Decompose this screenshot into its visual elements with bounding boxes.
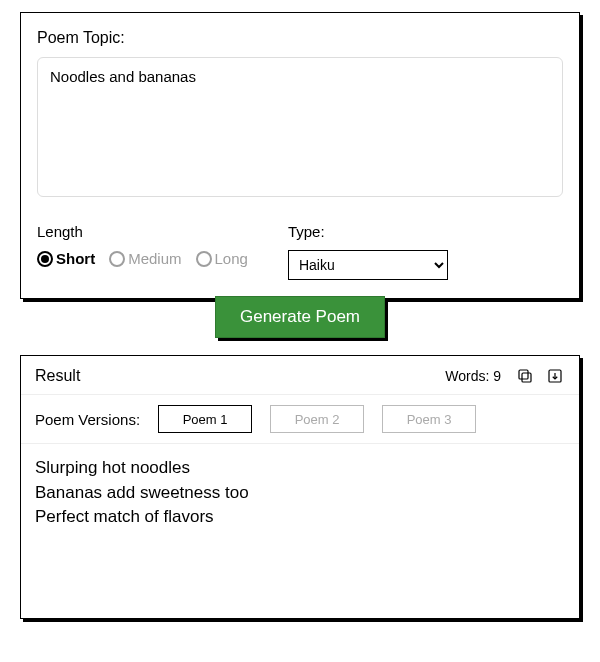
version-tab-3[interactable]: Poem 3 — [382, 405, 476, 433]
download-icon[interactable] — [545, 366, 565, 386]
length-radio-medium[interactable]: Medium — [109, 250, 181, 267]
word-count: Words: 9 — [445, 368, 501, 384]
type-select[interactable]: Haiku — [288, 250, 448, 280]
length-group: Length Short Medium Long — [37, 223, 248, 280]
version-tab-1[interactable]: Poem 1 — [158, 405, 252, 433]
copy-icon[interactable] — [515, 366, 535, 386]
length-radio-row: Short Medium Long — [37, 250, 248, 267]
svg-rect-1 — [519, 370, 528, 379]
length-label: Length — [37, 223, 248, 240]
poem-text: Slurping hot noodles Bananas add sweetne… — [21, 444, 579, 542]
length-radio-long[interactable]: Long — [196, 250, 248, 267]
word-count-value: 9 — [493, 368, 501, 384]
poem-topic-label: Poem Topic: — [37, 29, 563, 47]
length-option-label: Short — [56, 250, 95, 267]
generate-poem-button[interactable]: Generate Poem — [215, 296, 385, 338]
result-title: Result — [35, 367, 435, 385]
radio-icon — [196, 251, 212, 267]
result-panel: Result Words: 9 Poem Versions: Poem 1 Po… — [20, 355, 580, 619]
svg-rect-0 — [522, 373, 531, 382]
radio-icon — [109, 251, 125, 267]
type-group: Type: Haiku — [288, 223, 448, 280]
poem-topic-input[interactable] — [37, 57, 563, 197]
length-option-label: Medium — [128, 250, 181, 267]
word-count-label: Words: — [445, 368, 489, 384]
radio-icon — [37, 251, 53, 267]
result-header: Result Words: 9 — [21, 356, 579, 395]
input-panel: Poem Topic: Length Short Medium Long — [20, 12, 580, 299]
length-option-label: Long — [215, 250, 248, 267]
versions-label: Poem Versions: — [35, 411, 140, 428]
versions-row: Poem Versions: Poem 1 Poem 2 Poem 3 — [21, 395, 579, 444]
type-label: Type: — [288, 223, 448, 240]
length-radio-short[interactable]: Short — [37, 250, 95, 267]
version-tab-2[interactable]: Poem 2 — [270, 405, 364, 433]
